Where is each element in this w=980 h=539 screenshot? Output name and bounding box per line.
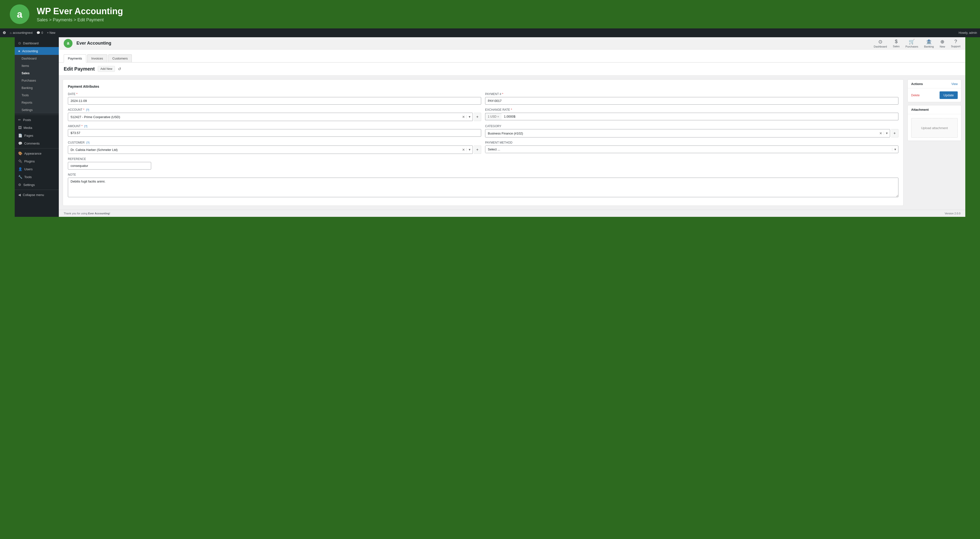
note-label: NOTE	[68, 173, 899, 176]
sidebar-item-reports[interactable]: Reports	[15, 99, 59, 107]
account-add-button[interactable]: +	[474, 113, 481, 121]
upload-attachment-area[interactable]: Upload attachment	[911, 118, 958, 138]
payment-method-select[interactable]: Select ...	[485, 146, 892, 153]
form-row-1: DATE * PAYMENT # *	[68, 92, 899, 105]
sidebar-item-dashboard[interactable]: ⊙ Dashboard	[15, 39, 59, 47]
nav-banking-icon: 🏦	[926, 39, 932, 45]
appearance-icon: 🎨	[18, 151, 22, 155]
sidebar-item-users[interactable]: 👤 Users	[15, 165, 59, 173]
form-row-2: ACCOUNT * [?] 512427 - Prime Cooperative…	[68, 108, 899, 121]
sidebar-item-banking[interactable]: Banking	[15, 84, 59, 92]
tab-payments[interactable]: Payments	[64, 54, 86, 62]
payment-method-label: PAYMENT METHOD	[485, 141, 899, 144]
nav-action-support[interactable]: ? Support	[951, 39, 960, 48]
sidebar-item-posts[interactable]: ✏ Posts	[15, 116, 59, 124]
add-new-link[interactable]: + New	[47, 31, 56, 35]
tab-customers[interactable]: Customers	[108, 54, 132, 62]
nav-sales-icon: $	[895, 39, 897, 45]
nav-support-icon: ?	[954, 39, 957, 45]
sidebar-item-sales[interactable]: Sales	[15, 70, 59, 77]
comments-link[interactable]: 💬 0	[37, 31, 43, 35]
delete-link[interactable]: Delete	[911, 94, 920, 97]
account-arrow-icon: ▼	[466, 115, 473, 119]
account-clear[interactable]: ✕	[461, 115, 466, 119]
sidebar-item-purchases[interactable]: Purchases	[15, 77, 59, 84]
sidebar-item-settings[interactable]: Settings	[15, 107, 59, 114]
sidebar-item-plugins[interactable]: 🔌 Plugins	[15, 157, 59, 165]
nav-action-new[interactable]: ⊕ New	[940, 39, 945, 48]
attachment-panel-header: Attachment	[908, 105, 961, 114]
customer-add-button[interactable]: +	[474, 146, 481, 154]
sidebar-item-appearance[interactable]: 🎨 Appearance	[15, 149, 59, 157]
page-title: Edit Payment	[64, 66, 95, 72]
reference-input[interactable]	[68, 162, 151, 170]
note-textarea[interactable]: Debitis fugit facilis animi.	[68, 178, 899, 197]
settings-icon: ⚙	[18, 183, 21, 187]
comments-icon: 💬	[18, 142, 22, 145]
dashboard-icon: ⊙	[18, 41, 21, 45]
exchange-wrapper: 1 USD =	[485, 113, 899, 120]
plugin-nav-logo: a	[64, 39, 73, 48]
category-add-button[interactable]: +	[891, 129, 899, 137]
customer-clear[interactable]: ✕	[461, 148, 466, 152]
site-name[interactable]: ⌂ accountingnext	[10, 31, 33, 35]
plugin-nav-actions: ⊙ Dashboard $ Sales 🛒 Purchases 🏦 Bankin…	[874, 39, 960, 48]
view-link[interactable]: View	[951, 82, 958, 86]
customer-select[interactable]: Dr. Calista Harber (Schmeler Ltd)	[68, 146, 461, 153]
date-field: DATE *	[68, 92, 481, 105]
nav-action-sales[interactable]: $ Sales	[893, 39, 900, 48]
sidebar-divider-1	[15, 114, 59, 115]
payment-method-wrapper: Select ... ▼	[485, 146, 899, 153]
amount-input[interactable]	[68, 129, 481, 137]
sidebar-item-accounting-dashboard[interactable]: Dashboard	[15, 55, 59, 62]
tab-invoices[interactable]: Invoices	[87, 54, 107, 62]
actions-panel-header: Actions View	[908, 79, 961, 89]
home-icon: ⌂	[10, 31, 11, 35]
nav-action-dashboard[interactable]: ⊙ Dashboard	[874, 39, 887, 48]
sidebar-item-media[interactable]: 🖼 Media	[15, 124, 59, 132]
footer-text: Thank you for using Ever Accounting!	[64, 212, 110, 215]
sidebar-item-wp-tools[interactable]: 🔧 Tools	[15, 173, 59, 181]
payment-method-arrow-icon: ▼	[892, 148, 898, 151]
exchange-prefix: 1 USD =	[485, 113, 501, 120]
payment-num-field: PAYMENT # *	[485, 92, 899, 105]
sidebar-item-pages[interactable]: 📄 Pages	[15, 132, 59, 139]
side-panels: Actions View Delete Update Attachment	[907, 79, 961, 206]
sidebar-item-tools[interactable]: Tools	[15, 92, 59, 99]
reference-label: REFERENCE	[68, 157, 151, 161]
attachment-panel-body: Upload attachment	[908, 114, 961, 141]
users-icon: 👤	[18, 167, 22, 171]
amount-label: AMOUNT * [?]	[68, 124, 481, 128]
category-select[interactable]: Business Finance (#102)	[485, 130, 878, 137]
form-panel: Payment Attributes DATE * PAYMENT # *	[63, 79, 904, 206]
customer-arrow-icon: ▼	[466, 148, 473, 151]
payment-num-input[interactable]	[485, 97, 899, 105]
wp-logo[interactable]: 🅦	[3, 31, 6, 35]
form-area: Payment Attributes DATE * PAYMENT # *	[59, 75, 965, 210]
plugins-icon: 🔌	[18, 159, 22, 163]
pages-icon: 📄	[18, 134, 22, 137]
form-row-5: REFERENCE	[68, 157, 899, 170]
actions-panel-body: Delete Update	[908, 89, 961, 102]
nav-action-banking[interactable]: 🏦 Banking	[924, 39, 934, 48]
account-select[interactable]: 512427 - Prime Cooperative (USD)	[68, 113, 461, 121]
payment-num-label: PAYMENT # *	[485, 92, 899, 96]
date-input[interactable]	[68, 97, 481, 105]
add-new-button[interactable]: Add New	[98, 66, 115, 72]
comment-icon: 💬	[37, 31, 40, 35]
sidebar-item-accounting[interactable]: ● Accounting	[15, 47, 59, 55]
nav-action-purchases[interactable]: 🛒 Purchases	[905, 39, 918, 48]
update-button[interactable]: Update	[940, 91, 958, 99]
footer-version: Version 2.0.0	[945, 212, 960, 215]
category-clear[interactable]: ✕	[878, 131, 884, 135]
sidebar-collapse-menu[interactable]: ◀ Collapse menu	[15, 191, 59, 199]
sidebar-item-comments[interactable]: 💬 Comments	[15, 139, 59, 147]
reset-icon[interactable]: ↺	[118, 67, 121, 71]
sidebar-item-items[interactable]: Items	[15, 62, 59, 70]
content-area: a Ever Accounting ⊙ Dashboard $ Sales 🛒 …	[59, 37, 965, 217]
account-field: ACCOUNT * [?] 512427 - Prime Cooperative…	[68, 108, 481, 121]
app-logo: a	[10, 5, 29, 24]
exchange-input[interactable]	[501, 113, 899, 120]
wp-admin-bar: 🅦 ⌂ accountingnext 💬 0 + New Howdy, admi…	[0, 29, 980, 37]
sidebar-item-wp-settings[interactable]: ⚙ Settings	[15, 181, 59, 189]
